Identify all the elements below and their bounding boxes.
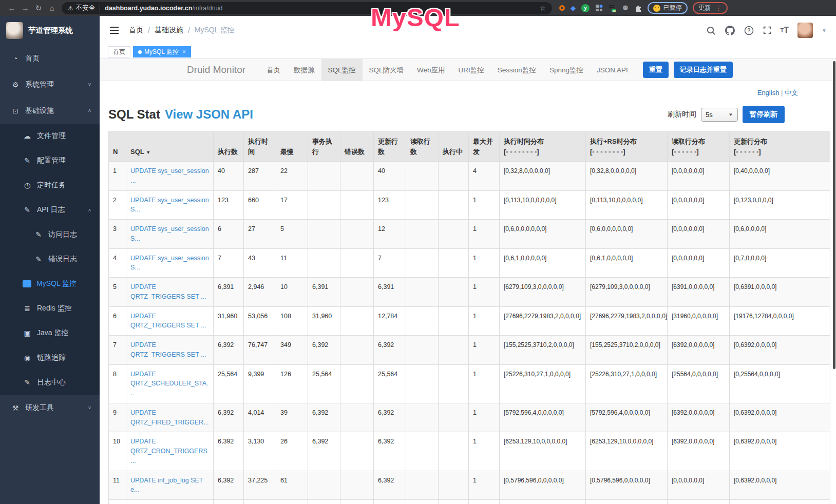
extension-blocks-icon[interactable] — [595, 4, 603, 12]
extension-donut-icon[interactable] — [559, 5, 565, 11]
github-icon[interactable] — [725, 25, 735, 36]
sql-link[interactable]: UPDATE QRTZ_CRON_TRIGGERS... — [130, 438, 207, 464]
header-actions: ? TT ▼ — [706, 23, 827, 38]
druid-nav-datasource[interactable]: 数据源 — [287, 59, 321, 81]
sql-link[interactable]: UPDATE QRTZ_TRIGGERS SET ... — [130, 313, 206, 329]
sql-link[interactable]: UPDATE sys_user_session S... — [130, 225, 209, 242]
druid-nav-webapp[interactable]: Web应用 — [410, 59, 452, 81]
druid-nav-uri[interactable]: URI监控 — [452, 59, 491, 81]
extension-list-on-icon[interactable]: on — [609, 4, 617, 12]
sidebar-item-api-logs[interactable]: ✎API 日志∧ — [0, 198, 100, 222]
column-header[interactable]: 最慢 — [276, 132, 308, 162]
view-json-api-link[interactable]: View JSON API — [165, 107, 253, 122]
column-header[interactable]: 更新行分布[- - - - - -] — [730, 132, 830, 162]
column-header[interactable]: 更新行数 — [374, 132, 406, 162]
breadcrumb-item[interactable]: MySQL 监控 — [195, 26, 235, 35]
cell — [406, 403, 439, 432]
puzzle-icon[interactable] — [634, 4, 642, 12]
hamburger-icon[interactable] — [110, 27, 119, 34]
address-bar[interactable]: ⚠ 不安全 dashboard.yudao.iocoder.cn /infra/… — [62, 2, 552, 14]
sidebar-item-trace[interactable]: ◉链路追踪 — [0, 345, 100, 370]
scrollbar-thumb[interactable] — [833, 61, 835, 369]
bookmark-star-icon[interactable]: ☆ — [539, 4, 546, 12]
column-header[interactable]: 读取行数 — [406, 132, 439, 162]
cell: 1 — [469, 306, 500, 336]
sidebar-item-config-management[interactable]: ✎配置管理 — [0, 148, 100, 173]
help-icon[interactable]: ? — [744, 26, 754, 35]
table-header-row: NSQL ▼执行数执行时间最慢事务执行错误数更新行数读取行数执行中最大并发执行时… — [109, 132, 830, 162]
sidebar-item-file-management[interactable]: ☁文件管理 — [0, 124, 100, 148]
column-header[interactable]: N — [109, 132, 126, 162]
sql-link[interactable]: UPDATE QRTZ_FIRED_TRIGGER... — [130, 409, 209, 426]
cell: 3,130 — [244, 432, 276, 471]
column-header[interactable]: 错误数 — [340, 132, 374, 162]
sidebar-item-home[interactable]: ◔首页 — [0, 45, 100, 71]
sidebar-item-java-monitor[interactable]: ▣Java 监控 — [0, 321, 100, 345]
sql-link[interactable]: UPDATE sys_user_session S... — [130, 255, 209, 272]
breadcrumb-item[interactable]: 基础设施 — [155, 26, 183, 35]
forward-icon[interactable]: → — [18, 4, 32, 12]
home-icon[interactable]: ⌂ — [45, 4, 59, 12]
column-header[interactable]: 事务执行 — [308, 132, 340, 162]
sidebar-item-scheduled-tasks[interactable]: ◷定时任务 — [0, 173, 100, 198]
user-avatar[interactable] — [797, 23, 813, 38]
close-icon[interactable]: × — [182, 48, 186, 55]
column-header[interactable]: SQL ▼ — [126, 132, 214, 162]
tag-item[interactable]: 首页 — [108, 46, 130, 57]
sidebar-item-error-log[interactable]: ✎错误日志 — [0, 247, 100, 272]
extension-person-icon[interactable]: ⚉ — [622, 4, 629, 12]
cell: 123 — [214, 190, 244, 220]
sidebar-item-access-log[interactable]: ✎访问日志 — [0, 222, 100, 247]
sql-link[interactable]: UPDATE sys_user_session S... — [130, 197, 209, 214]
tag-item[interactable]: MySQL 监控× — [133, 46, 191, 57]
extension-y-icon[interactable]: y — [581, 4, 590, 12]
cell: 6,392 — [406, 500, 439, 504]
chrome-update-button[interactable]: 更新 ⋮ — [693, 2, 728, 14]
sidebar-item-mysql-monitor[interactable]: ▤MySQL 监控 — [0, 272, 100, 296]
column-header[interactable]: 读取行分布[- - - - - -] — [668, 132, 730, 162]
column-header[interactable]: 执行中 — [439, 132, 469, 162]
back-icon[interactable]: ← — [5, 4, 18, 12]
sql-link[interactable]: UPDATE inf_job_log SET e... — [130, 477, 203, 494]
search-icon[interactable] — [706, 26, 716, 35]
breadcrumb-item[interactable]: 首页 — [129, 26, 143, 35]
druid-nav-spring[interactable]: Spring监控 — [543, 59, 590, 81]
cell — [439, 190, 469, 220]
sidebar-item-log-center[interactable]: ✎日志中心 — [0, 370, 100, 395]
lang-chinese-link[interactable]: 中文 — [785, 89, 798, 96]
app-logo[interactable]: 芋道管理系统 — [0, 16, 100, 45]
sidebar-item-system-management[interactable]: ⚙系统管理∨ — [0, 71, 100, 98]
column-header[interactable]: 执行时间 — [244, 132, 276, 162]
pause-refresh-button[interactable]: 暂停刷新 — [743, 106, 785, 123]
cell: UPDATE sys_user_session ... — [126, 162, 214, 191]
font-size-icon[interactable]: TT — [781, 26, 789, 35]
log-and-reset-button[interactable]: 记录日志并重置 — [674, 62, 733, 78]
sql-link[interactable]: UPDATE sys_user_session ... — [130, 167, 209, 184]
lang-english-link[interactable]: English — [757, 89, 780, 96]
sql-link[interactable]: UPDATE QRTZ_TRIGGERS SET ... — [130, 341, 206, 358]
column-header[interactable]: 最大并发 — [469, 132, 500, 162]
sql-link[interactable]: UPDATE QRTZ_TRIGGERS SET ... — [130, 283, 206, 300]
chevron-down-icon[interactable]: ▼ — [822, 28, 827, 33]
reload-icon[interactable]: ↻ — [32, 4, 45, 13]
profile-paused-chip[interactable]: 已暂停 — [648, 2, 688, 14]
sidebar-item-infrastructure[interactable]: ⊡基础设施∧ — [0, 98, 100, 124]
extension-gem-icon[interactable]: ◆ — [571, 4, 576, 12]
menu-kebab-icon[interactable]: ⋮ — [715, 4, 722, 12]
druid-nav-session[interactable]: Session监控 — [491, 59, 543, 81]
column-header[interactable]: 执行时间分布[- - - - - - - -] — [500, 132, 586, 162]
sql-link[interactable]: UPDATE QRTZ_SCHEDULER_STA... — [130, 371, 208, 397]
druid-nav-sql[interactable]: SQL监控 — [321, 59, 363, 81]
profile-emoji-icon — [653, 5, 660, 12]
sidebar-item-dev-tools[interactable]: ⚒研发工具∨ — [0, 395, 100, 421]
cell: [31960,0,0,0,0,0] — [668, 306, 730, 336]
druid-nav-wall[interactable]: SQL防火墙 — [363, 59, 411, 81]
sidebar-item-redis-monitor[interactable]: ≣Redis 监控 — [0, 296, 100, 321]
column-header[interactable]: 执行+RS时分布[- - - - - - - -] — [586, 132, 668, 162]
reset-button[interactable]: 重置 — [643, 62, 669, 78]
column-header[interactable]: 执行数 — [214, 132, 244, 162]
refresh-interval-select[interactable]: 5s ▼ — [701, 108, 738, 122]
druid-nav-home[interactable]: 首页 — [260, 59, 287, 81]
druid-nav-json-api[interactable]: JSON API — [590, 59, 635, 81]
fullscreen-icon[interactable] — [763, 26, 772, 35]
